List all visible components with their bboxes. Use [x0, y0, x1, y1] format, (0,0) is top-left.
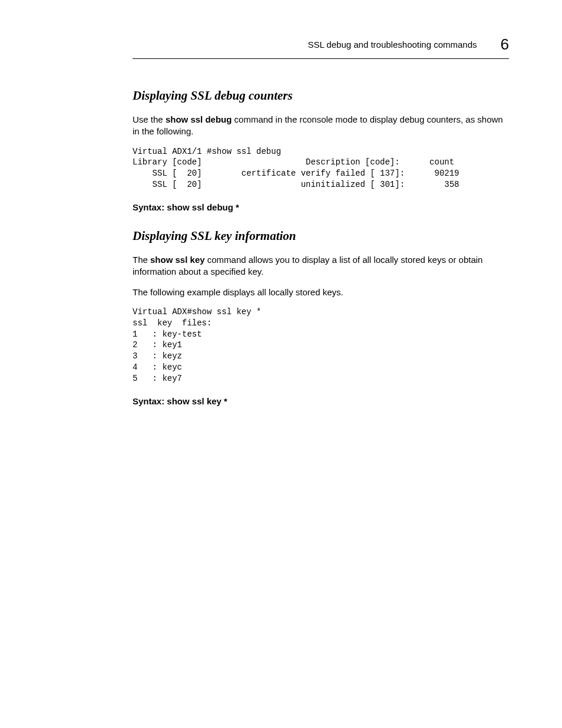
syntax-cmd: show ssl debug * — [167, 202, 239, 212]
chapter-number: 6 — [501, 35, 509, 54]
section2-intro-pre: The — [133, 255, 150, 265]
header-rule — [133, 58, 509, 59]
section1-code: Virtual ADX1/1 #show ssl debug Library [… — [133, 146, 509, 191]
header-title: SSL debug and troubleshooting commands — [308, 39, 477, 50]
section2-code: Virtual ADX#show ssl key * ssl key files… — [133, 307, 509, 384]
section1-syntax: Syntax: show ssl debug * — [133, 202, 509, 212]
syntax-cmd-2: show ssl key * — [167, 396, 227, 406]
section1-intro-bold: show ssl debug — [166, 114, 232, 124]
section2-intro-bold: show ssl key — [150, 255, 205, 265]
section1-intro: Use the show ssl debug command in the rc… — [133, 114, 509, 138]
page-header: SSL debug and troubleshooting commands 6 — [133, 35, 509, 54]
section2-intro1: The show ssl key command allows you to d… — [133, 254, 509, 278]
section2-syntax: Syntax: show ssl key * — [133, 396, 509, 406]
syntax-label: Syntax: — [133, 202, 167, 212]
section-heading-key-info: Displaying SSL key information — [133, 229, 509, 243]
section1-intro-pre: Use the — [133, 114, 166, 124]
page-content: SSL debug and troubleshooting commands 6… — [0, 0, 562, 458]
section2-intro2: The following example displays all local… — [133, 286, 509, 298]
syntax-label-2: Syntax: — [133, 396, 167, 406]
section-heading-debug-counters: Displaying SSL debug counters — [133, 88, 509, 103]
